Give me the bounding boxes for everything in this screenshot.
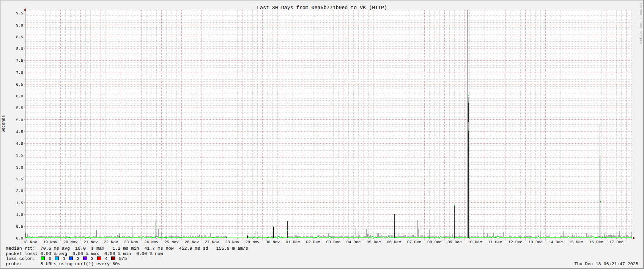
svg-text:3.5: 3.5 <box>16 153 23 158</box>
svg-text:3.0: 3.0 <box>16 166 23 170</box>
svg-text:30 Nov: 30 Nov <box>266 240 280 245</box>
svg-text:3: 3 <box>91 256 94 261</box>
svg-text:4: 4 <box>105 256 108 261</box>
svg-text:2.5: 2.5 <box>16 177 23 182</box>
svg-text:Thu Dec 18 06:21:47 2025: Thu Dec 18 06:21:47 2025 <box>574 261 638 267</box>
svg-text:0.5: 0.5 <box>16 225 23 229</box>
svg-text:22 Nov: 22 Nov <box>104 240 118 245</box>
svg-text:6.0: 6.0 <box>16 94 23 99</box>
svg-text:26 Nov: 26 Nov <box>185 240 199 245</box>
svg-text:03 Dec: 03 Dec <box>326 240 340 245</box>
svg-text:05 Dec: 05 Dec <box>367 240 381 245</box>
svg-text:19 Nov: 19 Nov <box>43 240 57 245</box>
svg-text:17 Dec: 17 Dec <box>609 240 623 245</box>
svg-text:06 Dec: 06 Dec <box>387 240 401 245</box>
svg-text:12 Dec: 12 Dec <box>508 240 522 245</box>
svg-text:2.0: 2.0 <box>16 189 23 194</box>
svg-text:probe: 5 URLs using curl: probe: 5 URLs using curl(1) every 60s <box>6 261 121 267</box>
svg-text:1: 1 <box>63 256 66 261</box>
svg-text:4.0: 4.0 <box>16 142 23 146</box>
svg-text:29 Nov: 29 Nov <box>245 240 259 245</box>
svg-text:loss color:: loss color: <box>6 256 35 261</box>
svg-text:18 Nov: 18 Nov <box>23 240 37 245</box>
svg-text:6.5: 6.5 <box>16 83 23 87</box>
svg-text:5/5: 5/5 <box>119 256 127 261</box>
svg-text:1.0: 1.0 <box>16 213 23 217</box>
svg-text:16 Dec: 16 Dec <box>589 240 603 245</box>
svg-text:15 Dec: 15 Dec <box>569 240 583 245</box>
svg-text:01 Dec: 01 Dec <box>286 240 300 245</box>
svg-text:14 Dec: 14 Dec <box>549 240 563 245</box>
svg-text:11 Dec: 11 Dec <box>488 240 502 245</box>
svg-text:Last 30 Days from 0ea5b771b9ed: Last 30 Days from 0ea5b771b9ed to VK (HT… <box>257 5 387 11</box>
svg-text:04 Dec: 04 Dec <box>346 240 361 245</box>
svg-text:Seconds: Seconds <box>2 115 6 133</box>
svg-text:7.5: 7.5 <box>16 59 23 63</box>
svg-text:9.0: 9.0 <box>16 23 23 28</box>
svg-text:23 Nov: 23 Nov <box>124 240 138 245</box>
svg-text:20 Nov: 20 Nov <box>63 240 77 245</box>
svg-text:07 Dec: 07 Dec <box>407 240 421 245</box>
svg-text:02 Dec: 02 Dec <box>306 240 320 245</box>
svg-text:09 Dec: 09 Dec <box>447 240 461 245</box>
svg-text:median rtt: 70.6 ms avg 10.0: median rtt: 70.6 ms avg 10.0 s max 1.2 m… <box>6 246 248 251</box>
svg-text:10 Dec: 10 Dec <box>468 240 482 245</box>
svg-text:21 Nov: 21 Nov <box>83 240 98 245</box>
svg-text:28 Nov: 28 Nov <box>225 240 239 245</box>
svg-text:9.5: 9.5 <box>16 11 23 16</box>
svg-text:27 Nov: 27 Nov <box>205 240 219 245</box>
svg-text:0.0: 0.0 <box>16 236 23 241</box>
svg-text:25 Nov: 25 Nov <box>164 240 178 245</box>
svg-text:24 Nov: 24 Nov <box>144 240 158 245</box>
svg-text:8.0: 8.0 <box>16 47 23 52</box>
svg-text:8.5: 8.5 <box>16 35 23 40</box>
svg-text:5.0: 5.0 <box>16 118 23 123</box>
svg-text:4.5: 4.5 <box>16 130 23 134</box>
svg-text:RRDTOOL / TOBI OETIKER: RRDTOOL / TOBI OETIKER <box>639 3 642 44</box>
svg-text:0: 0 <box>49 256 52 261</box>
svg-text:7.0: 7.0 <box>16 71 23 75</box>
svg-text:1.5: 1.5 <box>16 201 23 206</box>
svg-text:5.5: 5.5 <box>16 106 23 111</box>
svg-text:08 Dec: 08 Dec <box>427 240 441 245</box>
svg-text:packet loss: 0.00 % avg 0.00: packet loss: 0.00 % avg 0.00 % max 0.00 … <box>6 251 163 256</box>
svg-text:13 Dec: 13 Dec <box>528 240 542 245</box>
svg-text:2: 2 <box>77 256 80 261</box>
